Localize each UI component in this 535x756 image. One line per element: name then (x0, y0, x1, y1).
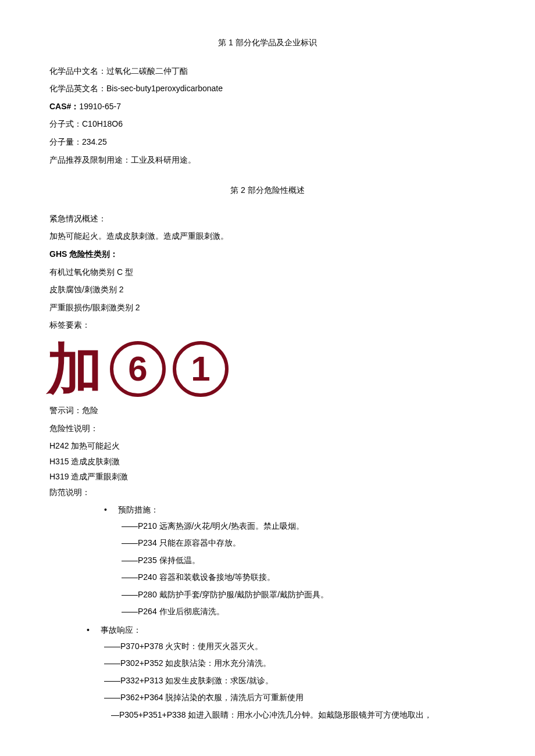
ghs-line-1: 皮肤腐蚀/刺激类别 2 (49, 282, 486, 298)
response-item-2: ——P332+P313 如发生皮肤刺激：求医/就诊。 (104, 672, 486, 689)
prevention-item-5: ——P264 作业后彻底清洗。 (122, 603, 486, 620)
ghs-label: GHS 危险性类别： (49, 246, 486, 262)
prevention-item-1: ——P234 只能在原容器中存放。 (122, 535, 486, 551)
mw-value: 234.25 (82, 137, 107, 146)
response-item-4: —P305+P351+P338 如进入眼睛：用水小心冲洗几分钟。如戴隐形眼镜并可… (111, 707, 486, 723)
prevention-item-3: ——P240 容器和装载设备接地/等势联接。 (122, 569, 486, 586)
section1-title: 第 1 部分化学品及企业标识 (49, 35, 486, 51)
emergency-label: 紧急情况概述： (49, 211, 486, 227)
response-item-1: ——P302+P352 如皮肤沾染：用水充分清洗。 (104, 655, 486, 672)
prevention-item-0: ——P210 远离热源/火花/明火/热表面。禁止吸烟。 (122, 518, 486, 535)
response-item-3: ——P362+P364 脱掉沾染的衣服，清洗后方可重新使用 (104, 689, 486, 706)
response-item-0: ——P370+P378 火灾时：使用灭火器灭火。 (104, 638, 486, 655)
signal-value: 危险 (82, 406, 98, 415)
cas-value: 19910-65-7 (79, 102, 121, 111)
name-en-label: 化学品英文名： (49, 84, 106, 93)
hazard-line-1: H315 造成皮肤刺激 (49, 454, 486, 470)
formula-value: C10H18O6 (82, 119, 123, 128)
pictogram-row: 加 6 1 (47, 341, 486, 397)
name-en-value: Bis-sec-buty1peroxydicarbonate (106, 84, 223, 93)
pictogram-jia-icon: 加 (47, 341, 103, 397)
hazard-line-0: H242 加热可能起火 (49, 438, 486, 454)
prevention-item-4: ——P280 戴防护手套/穿防护服/戴防护眼罩/戴防护面具。 (122, 586, 486, 603)
response-group: 事故响应： ——P370+P378 火灾时：使用灭火器灭火。 ——P302+P3… (84, 622, 486, 723)
formula-label: 分子式： (49, 119, 82, 128)
precaution-label: 防范说明： (49, 485, 486, 500)
signal-label: 警示词： (49, 406, 82, 415)
hazard-line-2: H319 造成严重眼刺激 (49, 469, 486, 485)
cas-label: CAS#： (49, 102, 79, 111)
emergency-text: 加热可能起火。造成皮肤刺激。造成严重眼刺激。 (49, 228, 486, 244)
hazard-label: 危险性说明： (49, 421, 486, 436)
name-cn-value: 过氧化二碳酸二仲丁酯 (106, 66, 188, 76)
response-header: 事故响应： (84, 622, 486, 638)
pictogram-circle-6-icon: 6 (110, 341, 166, 397)
ghs-line-0: 有机过氧化物类别 C 型 (49, 264, 486, 280)
prevention-item-2: ——P235 保持低温。 (122, 552, 486, 569)
label-elements-label: 标签要素： (49, 317, 486, 333)
prevention-group: 预防措施： ——P210 远离热源/火花/明火/热表面。禁止吸烟。 ——P234… (102, 502, 486, 620)
ghs-line-2: 严重眼损伤/眼刺激类别 2 (49, 300, 486, 316)
use-label: 产品推荐及限制用途： (49, 155, 131, 164)
mw-label: 分子量： (49, 137, 82, 146)
pictogram-circle-1-icon: 1 (173, 341, 229, 397)
prevention-header: 预防措施： (102, 502, 486, 518)
section2-title: 第 2 部分危险性概述 (49, 182, 486, 198)
use-value: 工业及科研用途。 (131, 155, 196, 164)
name-cn-label: 化学品中文名： (49, 66, 106, 76)
